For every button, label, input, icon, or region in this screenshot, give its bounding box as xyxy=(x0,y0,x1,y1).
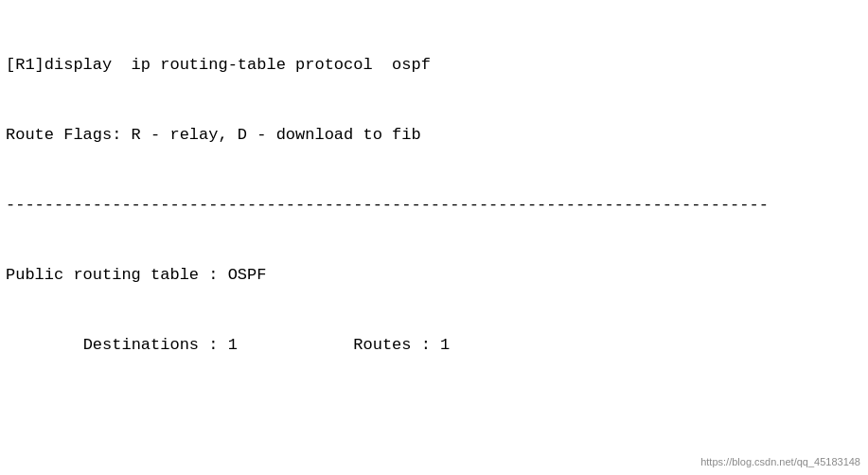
public-destinations-value: 1 xyxy=(228,336,238,354)
empty-line-1 xyxy=(6,404,862,428)
public-table-header: Public routing table : OSPF xyxy=(6,264,862,288)
public-routes-sep: : xyxy=(412,336,441,354)
terminal-output: [R1]display ip routing-table protocol os… xyxy=(6,8,862,475)
public-destinations-sep: : xyxy=(199,336,228,354)
public-destinations-label: Destinations xyxy=(83,336,199,354)
public-stats-line: Destinations : 1 Routes : 1 xyxy=(6,334,862,358)
command-line: [R1]display ip routing-table protocol os… xyxy=(6,54,862,78)
public-routes-label: Routes xyxy=(353,336,411,354)
flags-line: Route Flags: R - relay, D - download to … xyxy=(6,124,862,148)
public-routes-value: 1 xyxy=(440,336,450,354)
separator-line: ----------------------------------------… xyxy=(6,194,862,218)
watermark: https://blog.csdn.net/qq_45183148 xyxy=(700,456,860,467)
